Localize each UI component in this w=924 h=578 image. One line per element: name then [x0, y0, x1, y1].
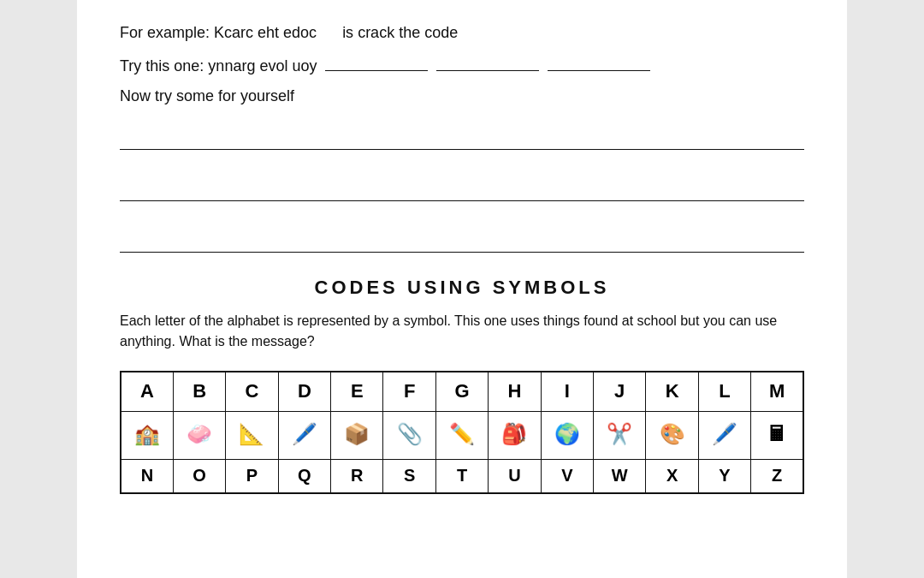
- eraser-icon: 🧼: [187, 422, 212, 445]
- write-line-2: [120, 181, 804, 201]
- letter-Y: Y: [698, 459, 750, 493]
- icon-L: 🖊️: [698, 411, 750, 459]
- icon-F: 📎: [383, 411, 435, 459]
- letter-Z: Z: [751, 459, 803, 493]
- letter-L: L: [698, 372, 750, 411]
- example-line: For example: Kcarc eht edoc is crack the…: [120, 24, 804, 42]
- write-line-1: [120, 129, 804, 150]
- letter-H: H: [489, 372, 541, 411]
- page: For example: Kcarc eht edoc is crack the…: [77, 0, 847, 578]
- letter-I: I: [541, 372, 593, 411]
- letter-A: A: [121, 372, 173, 411]
- scissors-icon: ✂️: [607, 422, 632, 445]
- letter-V: V: [541, 459, 593, 493]
- icon-C: 📐: [226, 411, 278, 459]
- letter-B: B: [173, 372, 225, 411]
- letter-G: G: [435, 372, 488, 411]
- letter-S: S: [383, 459, 435, 493]
- example-coded: For example: Kcarc eht edoc: [120, 24, 317, 41]
- letter-R: R: [331, 459, 383, 493]
- set-square-icon: 📐: [239, 422, 264, 445]
- icon-E: 📦: [331, 411, 383, 459]
- letter-C: C: [226, 372, 278, 411]
- backpack-icon: 🎒: [501, 422, 527, 445]
- example-answer: is crack the code: [342, 24, 458, 41]
- letter-U: U: [489, 459, 541, 493]
- try-line: Try this one: ynnarg evol uoy: [120, 54, 804, 75]
- try-label: Try this one: ynnarg evol uoy: [120, 57, 317, 75]
- icon-B: 🧼: [173, 411, 225, 459]
- letter-T: T: [435, 459, 488, 493]
- icon-M: 🖩: [751, 411, 803, 459]
- top-letter-row: A B C D E F G H I J K L M: [121, 372, 803, 411]
- icon-H: 🎒: [489, 411, 541, 459]
- letter-J: J: [594, 372, 646, 411]
- description: Each letter of the alphabet is represent…: [120, 311, 804, 352]
- globe-icon: 🌍: [554, 422, 580, 445]
- school-icon: 🏫: [134, 422, 160, 445]
- write-lines-container: [120, 129, 804, 253]
- letter-W: W: [594, 459, 646, 493]
- letter-K: K: [646, 372, 698, 411]
- now-try-line: Now try some for yourself: [120, 87, 804, 105]
- icon-J: ✂️: [594, 411, 646, 459]
- letter-D: D: [278, 372, 330, 411]
- paint-icon: 🎨: [660, 422, 685, 445]
- icon-D: 🖊️: [278, 411, 330, 459]
- section-title: CODES USING SYMBOLS: [120, 277, 804, 299]
- icon-G: ✏️: [435, 411, 488, 459]
- top-icon-row: 🏫 🧼 📐 🖊️ 📦 📎 ✏️ 🎒 🌍 ✂️ 🎨 🖊️ 🖩: [121, 411, 803, 459]
- letter-P: P: [226, 459, 278, 493]
- pen-icon: 🖊️: [292, 422, 317, 445]
- calculator-icon: 🖩: [767, 422, 787, 445]
- icon-K: 🎨: [646, 411, 698, 459]
- letter-M: M: [751, 372, 803, 411]
- write-line-3: [120, 232, 804, 253]
- letter-O: O: [173, 459, 225, 493]
- icon-I: 🌍: [541, 411, 593, 459]
- letter-F: F: [383, 372, 435, 411]
- pencil-case-icon: 📦: [344, 422, 370, 445]
- try-blank-3: [548, 54, 650, 71]
- sharpener-icon: ✏️: [449, 422, 475, 445]
- letter-Q: Q: [278, 459, 330, 493]
- try-blank-1: [325, 54, 428, 71]
- letter-N: N: [121, 459, 173, 493]
- stapler-icon: 📎: [397, 422, 423, 445]
- icon-A: 🏫: [121, 411, 173, 459]
- letter-X: X: [646, 459, 698, 493]
- symbol-table: A B C D E F G H I J K L M 🏫 🧼 📐 🖊️ 📦: [120, 371, 804, 494]
- try-blank-2: [436, 54, 539, 71]
- marker-icon: 🖊️: [712, 422, 737, 445]
- letter-E: E: [331, 372, 383, 411]
- bottom-letter-row: N O P Q R S T U V W X Y Z: [121, 459, 803, 493]
